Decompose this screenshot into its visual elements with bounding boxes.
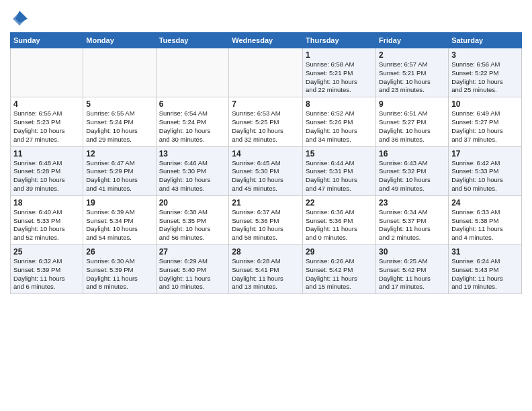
day-header-sunday: Sunday (11, 33, 83, 48)
calendar-cell: 7Sunrise: 6:53 AMSunset: 5:25 PMDaylight… (229, 97, 303, 146)
calendar-cell: 24Sunrise: 6:33 AMSunset: 5:38 PMDayligh… (449, 195, 522, 244)
calendar-cell: 12Sunrise: 6:47 AMSunset: 5:29 PMDayligh… (83, 146, 156, 195)
day-info: Sunrise: 6:56 AMSunset: 5:22 PMDaylight:… (451, 60, 519, 95)
calendar-cell: 2Sunrise: 6:57 AMSunset: 5:21 PMDaylight… (376, 48, 449, 97)
day-number: 29 (306, 247, 373, 257)
calendar-cell: 26Sunrise: 6:30 AMSunset: 5:39 PMDayligh… (83, 245, 156, 294)
day-number: 26 (86, 247, 152, 257)
day-number: 20 (159, 198, 226, 208)
day-number: 27 (159, 247, 226, 257)
day-number: 7 (232, 99, 300, 109)
calendar-cell: 16Sunrise: 6:43 AMSunset: 5:32 PMDayligh… (376, 146, 449, 195)
calendar-cell (156, 48, 229, 97)
day-number: 24 (451, 198, 519, 208)
day-number: 11 (13, 149, 80, 158)
day-number: 3 (451, 50, 519, 60)
calendar-cell: 1Sunrise: 6:58 AMSunset: 5:21 PMDaylight… (303, 48, 376, 97)
calendar-cell: 23Sunrise: 6:34 AMSunset: 5:37 PMDayligh… (376, 195, 449, 244)
calendar-week-4: 18Sunrise: 6:40 AMSunset: 5:33 PMDayligh… (11, 195, 522, 244)
day-info: Sunrise: 6:29 AMSunset: 5:40 PMDaylight:… (159, 257, 226, 291)
header-row: SundayMondayTuesdayWednesdayThursdayFrid… (11, 33, 522, 48)
day-number: 30 (379, 247, 445, 257)
day-number: 2 (379, 50, 445, 60)
day-info: Sunrise: 6:55 AMSunset: 5:24 PMDaylight:… (86, 109, 152, 144)
day-number: 17 (451, 149, 519, 158)
day-info: Sunrise: 6:26 AMSunset: 5:42 PMDaylight:… (306, 257, 373, 291)
calendar-week-1: 1Sunrise: 6:58 AMSunset: 5:21 PMDaylight… (11, 48, 522, 97)
day-header-wednesday: Wednesday (229, 33, 303, 48)
day-info: Sunrise: 6:51 AMSunset: 5:27 PMDaylight:… (379, 109, 445, 144)
day-info: Sunrise: 6:24 AMSunset: 5:43 PMDaylight:… (451, 257, 519, 291)
day-header-monday: Monday (83, 33, 156, 48)
day-info: Sunrise: 6:55 AMSunset: 5:23 PMDaylight:… (13, 109, 80, 144)
day-number: 5 (86, 99, 152, 109)
calendar-cell: 21Sunrise: 6:37 AMSunset: 5:36 PMDayligh… (229, 195, 303, 244)
calendar-cell: 8Sunrise: 6:52 AMSunset: 5:26 PMDaylight… (303, 97, 376, 146)
day-info: Sunrise: 6:47 AMSunset: 5:29 PMDaylight:… (86, 159, 152, 193)
day-info: Sunrise: 6:53 AMSunset: 5:25 PMDaylight:… (232, 109, 300, 144)
day-info: Sunrise: 6:28 AMSunset: 5:41 PMDaylight:… (232, 257, 300, 291)
calendar-cell: 31Sunrise: 6:24 AMSunset: 5:43 PMDayligh… (449, 245, 522, 294)
day-header-tuesday: Tuesday (156, 33, 229, 48)
calendar-cell: 10Sunrise: 6:49 AMSunset: 5:27 PMDayligh… (449, 97, 522, 146)
day-info: Sunrise: 6:39 AMSunset: 5:34 PMDaylight:… (86, 208, 152, 242)
day-info: Sunrise: 6:30 AMSunset: 5:39 PMDaylight:… (86, 257, 152, 291)
day-number: 12 (86, 149, 152, 158)
day-info: Sunrise: 6:58 AMSunset: 5:21 PMDaylight:… (306, 60, 373, 95)
day-number: 4 (13, 99, 80, 109)
calendar-cell: 19Sunrise: 6:39 AMSunset: 5:34 PMDayligh… (83, 195, 156, 244)
calendar-cell: 25Sunrise: 6:32 AMSunset: 5:39 PMDayligh… (11, 245, 83, 294)
day-number: 25 (13, 247, 80, 257)
day-header-friday: Friday (376, 33, 449, 48)
day-info: Sunrise: 6:37 AMSunset: 5:36 PMDaylight:… (232, 208, 300, 242)
day-number: 8 (306, 99, 373, 109)
day-number: 31 (451, 247, 519, 257)
calendar-cell: 5Sunrise: 6:55 AMSunset: 5:24 PMDaylight… (83, 97, 156, 146)
calendar-cell: 3Sunrise: 6:56 AMSunset: 5:22 PMDaylight… (449, 48, 522, 97)
day-number: 1 (306, 50, 373, 60)
day-number: 28 (232, 247, 300, 257)
day-info: Sunrise: 6:46 AMSunset: 5:30 PMDaylight:… (159, 159, 226, 193)
day-info: Sunrise: 6:33 AMSunset: 5:38 PMDaylight:… (451, 208, 519, 242)
day-info: Sunrise: 6:25 AMSunset: 5:42 PMDaylight:… (379, 257, 445, 291)
calendar-cell: 6Sunrise: 6:54 AMSunset: 5:24 PMDaylight… (156, 97, 229, 146)
day-number: 18 (13, 198, 80, 208)
calendar-cell: 28Sunrise: 6:28 AMSunset: 5:41 PMDayligh… (229, 245, 303, 294)
day-number: 10 (451, 99, 519, 109)
calendar-table: SundayMondayTuesdayWednesdayThursdayFrid… (10, 32, 522, 294)
day-info: Sunrise: 6:57 AMSunset: 5:21 PMDaylight:… (379, 60, 445, 95)
calendar-header: SundayMondayTuesdayWednesdayThursdayFrid… (11, 33, 522, 48)
day-number: 21 (232, 198, 300, 208)
calendar-cell: 22Sunrise: 6:36 AMSunset: 5:36 PMDayligh… (303, 195, 376, 244)
day-number: 22 (306, 198, 373, 208)
day-info: Sunrise: 6:54 AMSunset: 5:24 PMDaylight:… (159, 109, 226, 144)
calendar-cell: 20Sunrise: 6:38 AMSunset: 5:35 PMDayligh… (156, 195, 229, 244)
day-info: Sunrise: 6:42 AMSunset: 5:33 PMDaylight:… (451, 159, 519, 193)
day-info: Sunrise: 6:48 AMSunset: 5:28 PMDaylight:… (13, 159, 80, 193)
day-info: Sunrise: 6:44 AMSunset: 5:31 PMDaylight:… (306, 159, 373, 193)
day-number: 15 (306, 149, 373, 158)
calendar-cell: 18Sunrise: 6:40 AMSunset: 5:33 PMDayligh… (11, 195, 83, 244)
day-number: 23 (379, 198, 445, 208)
calendar-cell: 4Sunrise: 6:55 AMSunset: 5:23 PMDaylight… (11, 97, 83, 146)
day-number: 14 (232, 149, 300, 158)
calendar-cell (83, 48, 156, 97)
calendar-cell: 27Sunrise: 6:29 AMSunset: 5:40 PMDayligh… (156, 245, 229, 294)
calendar-cell (11, 48, 83, 97)
calendar-cell (229, 48, 303, 97)
calendar-cell: 29Sunrise: 6:26 AMSunset: 5:42 PMDayligh… (303, 245, 376, 294)
day-header-thursday: Thursday (303, 33, 376, 48)
calendar-week-2: 4Sunrise: 6:55 AMSunset: 5:23 PMDaylight… (11, 97, 522, 146)
calendar-cell: 13Sunrise: 6:46 AMSunset: 5:30 PMDayligh… (156, 146, 229, 195)
calendar-week-3: 11Sunrise: 6:48 AMSunset: 5:28 PMDayligh… (11, 146, 522, 195)
day-number: 13 (159, 149, 226, 158)
day-info: Sunrise: 6:32 AMSunset: 5:39 PMDaylight:… (13, 257, 80, 291)
calendar-cell: 9Sunrise: 6:51 AMSunset: 5:27 PMDaylight… (376, 97, 449, 146)
logo-icon (10, 9, 29, 28)
day-number: 6 (159, 99, 226, 109)
calendar-cell: 17Sunrise: 6:42 AMSunset: 5:33 PMDayligh… (449, 146, 522, 195)
day-info: Sunrise: 6:52 AMSunset: 5:26 PMDaylight:… (306, 109, 373, 144)
day-info: Sunrise: 6:34 AMSunset: 5:37 PMDaylight:… (379, 208, 445, 242)
calendar-body: 1Sunrise: 6:58 AMSunset: 5:21 PMDaylight… (11, 48, 522, 294)
calendar-cell: 15Sunrise: 6:44 AMSunset: 5:31 PMDayligh… (303, 146, 376, 195)
